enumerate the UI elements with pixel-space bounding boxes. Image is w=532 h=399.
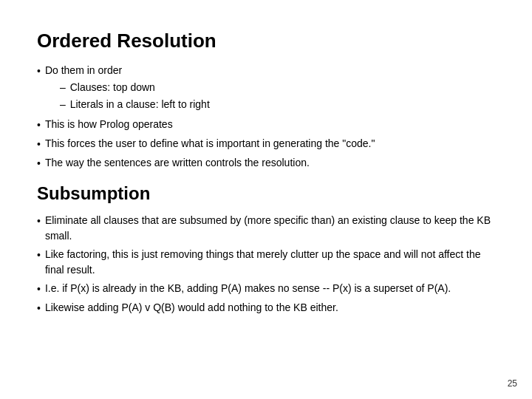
bullet-text: Like factoring, this is just removing th… [45,247,495,278]
bullet-icon: • [37,117,41,133]
list-item: • Eliminate all clauses that are subsume… [37,213,495,244]
bullet-icon: • [37,248,41,263]
bullet-text: This forces the user to define what is i… [45,136,495,151]
bullet-text: Do them in order [45,64,122,76]
sub-item-text: Clauses: top down [70,80,155,95]
bullet-icon: • [37,137,41,152]
bullet-icon: • [37,64,41,79]
bullet-text: I.e. if P(x) is already in the KB, addin… [45,281,495,296]
list-item: • This is how Prolog operates [37,117,495,133]
dash-icon: – [60,80,66,95]
bullet-icon: • [37,301,41,316]
sub-item-text: Literals in a clause: left to right [70,97,210,112]
dash-icon: – [60,97,66,112]
bullet-text: This is how Prolog operates [45,117,495,132]
section2-title: Subsumption [37,183,495,204]
bullet-icon: • [37,156,41,171]
section1-bullet-list: • Do them in order – Clauses: top down –… [37,63,495,171]
list-item: • I.e. if P(x) is already in the KB, add… [37,281,495,297]
list-item: • Likewise adding P(A) v Q(B) would add … [37,300,495,316]
sub-list-item: – Literals in a clause: left to right [60,97,495,112]
slide-container: Ordered Resolution • Do them in order – … [0,0,532,399]
bullet-text: The way the sentences are written contro… [45,155,495,171]
bullet-text: Likewise adding P(A) v Q(B) would add no… [45,300,495,316]
bullet-text: Eliminate all clauses that are subsumed … [45,213,495,244]
section2-bullet-list: • Eliminate all clauses that are subsume… [37,213,495,316]
page-number: 25 [508,378,517,389]
list-item: • This forces the user to define what is… [37,136,495,152]
list-item: • Do them in order – Clauses: top down –… [37,63,495,114]
list-item: • Like factoring, this is just removing … [37,247,495,278]
bullet-icon: • [37,282,41,297]
sub-list-item: – Clauses: top down [60,80,495,95]
section1-title: Ordered Resolution [37,30,495,52]
sub-list: – Clauses: top down – Literals in a clau… [60,80,495,112]
list-item: • The way the sentences are written cont… [37,155,495,171]
bullet-icon: • [37,214,41,229]
